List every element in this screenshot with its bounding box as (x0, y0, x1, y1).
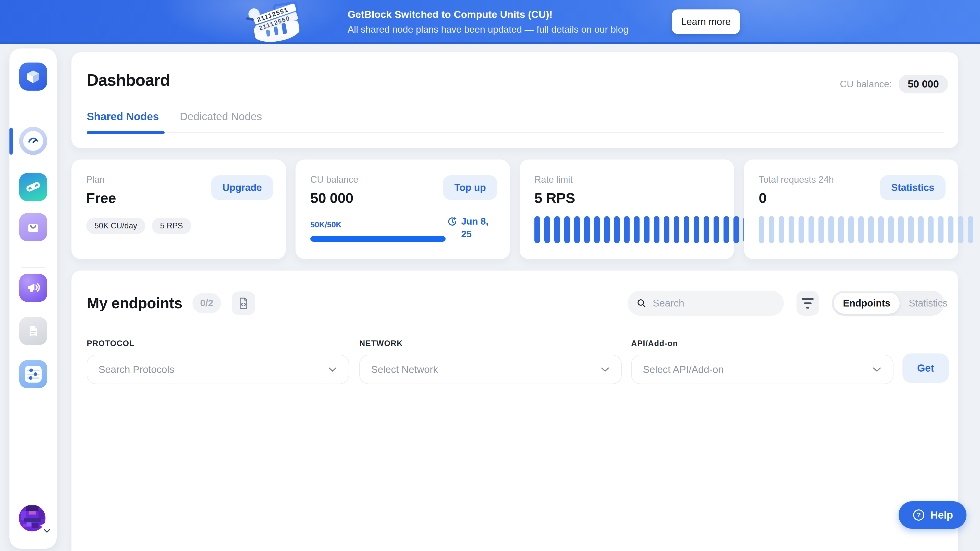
gauge-icon (23, 131, 43, 151)
chevron-down-icon (872, 366, 882, 373)
filter-icon (802, 298, 814, 300)
network-placeholder: Select Network (371, 364, 438, 375)
endpoints-count-badge: 0/2 (192, 293, 221, 313)
sidebar-item-announcements[interactable] (19, 274, 47, 302)
filter-button[interactable] (797, 291, 819, 316)
sidebar-item-dashboard[interactable] (19, 127, 47, 155)
dashboard-header-card: Dashboard CU balance: 50 000 Shared Node… (72, 52, 958, 148)
protocol-filter: PROTOCOL Search Protocols (87, 339, 349, 384)
sidebar (10, 48, 57, 549)
chevron-down-icon (328, 366, 337, 373)
file-code-icon (237, 296, 250, 310)
link-icon (25, 179, 41, 195)
network-select[interactable]: Select Network (360, 355, 622, 384)
counter-illustration: 21112551 21112550 (237, 0, 314, 42)
endpoints-title: My endpoints (87, 295, 182, 312)
network-filter: NETWORK Select Network (360, 339, 622, 384)
plan-chip-cu: 50K CU/day (86, 218, 145, 234)
statistics-button[interactable]: Statistics (880, 175, 945, 200)
chevron-down-icon (600, 366, 610, 373)
search-icon (636, 297, 647, 309)
cu-balance-badge: 50 000 (899, 75, 948, 93)
total-requests-label: Total requests 24h (759, 174, 834, 185)
cu-balance-card: CU balance 50 000 Top up 50K/50K Jun 8, … (296, 159, 510, 259)
avatar (18, 504, 46, 532)
cu-balance-card-value: 50 000 (310, 190, 353, 206)
network-label: NETWORK (360, 339, 622, 348)
plan-value: Free (86, 190, 116, 206)
plan-label: Plan (86, 174, 105, 185)
upgrade-button[interactable]: Upgrade (211, 175, 273, 200)
toggle-statistics[interactable]: Statistics (900, 293, 957, 314)
protocol-placeholder: Search Protocols (99, 364, 174, 375)
document-icon (26, 324, 40, 338)
cu-balance-card-label: CU balance (310, 174, 358, 185)
page-title: Dashboard (87, 71, 170, 89)
protocol-label: PROTOCOL (87, 339, 349, 348)
api-addon-select[interactable]: Select API/Add-on (631, 355, 894, 384)
total-requests-value: 0 (759, 190, 767, 206)
top-up-button[interactable]: Top up (443, 175, 497, 200)
cu-balance-label: CU balance: (840, 79, 892, 89)
sidebar-divider (21, 267, 45, 268)
active-tab-indicator (87, 131, 165, 134)
renewal-date: Jun 8, 25 (447, 215, 499, 240)
my-endpoints-card: My endpoints 0/2 (72, 271, 958, 551)
cu-progress-bar (310, 236, 445, 242)
plan-card: Plan Free Upgrade 50K CU/day 5 RPS (72, 159, 286, 259)
sliders-icon (25, 366, 41, 382)
rate-limit-bars (535, 216, 749, 243)
rate-limit-value: 5 RPS (535, 190, 575, 206)
tabs-underline (87, 132, 944, 133)
shopping-bag-icon (25, 220, 41, 235)
help-label: Help (931, 509, 953, 521)
question-circle-icon: ? (912, 508, 925, 522)
total-requests-bars (759, 216, 974, 243)
getblock-logo[interactable] (19, 62, 47, 91)
get-button[interactable]: Get (902, 354, 949, 383)
search-box[interactable] (628, 291, 784, 316)
renewal-date-text: Jun 8, 25 (461, 215, 499, 240)
api-docs-button[interactable] (232, 291, 255, 315)
refresh-clock-icon (447, 216, 458, 227)
learn-more-button[interactable]: Learn more (672, 10, 740, 34)
svg-text:?: ? (917, 511, 921, 519)
toggle-endpoints[interactable]: Endpoints (834, 293, 900, 314)
api-addon-filter: API/Add-on Select API/Add-on (631, 339, 894, 384)
sidebar-item-documentation[interactable] (19, 317, 47, 345)
tab-dedicated-nodes[interactable]: Dedicated Nodes (180, 110, 262, 123)
tab-shared-nodes[interactable]: Shared Nodes (87, 110, 159, 123)
api-addon-label: API/Add-on (631, 339, 894, 348)
sidebar-item-settings[interactable] (19, 360, 47, 388)
banner-title: GetBlock Switched to Compute Units (CU)! (348, 9, 628, 20)
announcement-banner: 21112551 21112550 GetBlock Switched to C… (0, 0, 980, 44)
cu-usage-label: 50K/50K (310, 220, 342, 229)
total-requests-card: Total requests 24h 0 Statistics (744, 159, 958, 259)
megaphone-icon (25, 280, 41, 296)
api-addon-placeholder: Select API/Add-on (643, 364, 724, 375)
account-menu[interactable] (18, 504, 48, 534)
cu-progress-fill (310, 236, 445, 242)
plan-chip-rps: 5 RPS (152, 218, 191, 234)
sidebar-item-endpoints[interactable] (19, 173, 47, 201)
sidebar-item-marketplace[interactable] (19, 213, 47, 241)
active-nav-indicator (10, 127, 13, 154)
banner-subtitle: All shared node plans have been updated … (348, 24, 628, 35)
search-input[interactable] (653, 298, 775, 309)
view-toggle: Endpoints Statistics (832, 291, 944, 316)
node-tabs: Shared Nodes Dedicated Nodes (87, 110, 262, 123)
cube-icon (25, 68, 41, 85)
protocol-select[interactable]: Search Protocols (87, 355, 349, 384)
rate-limit-label: Rate limit (535, 174, 573, 185)
help-button[interactable]: ? Help (899, 501, 966, 529)
rate-limit-card: Rate limit 5 RPS (520, 159, 734, 259)
chevron-down-icon (43, 528, 51, 533)
